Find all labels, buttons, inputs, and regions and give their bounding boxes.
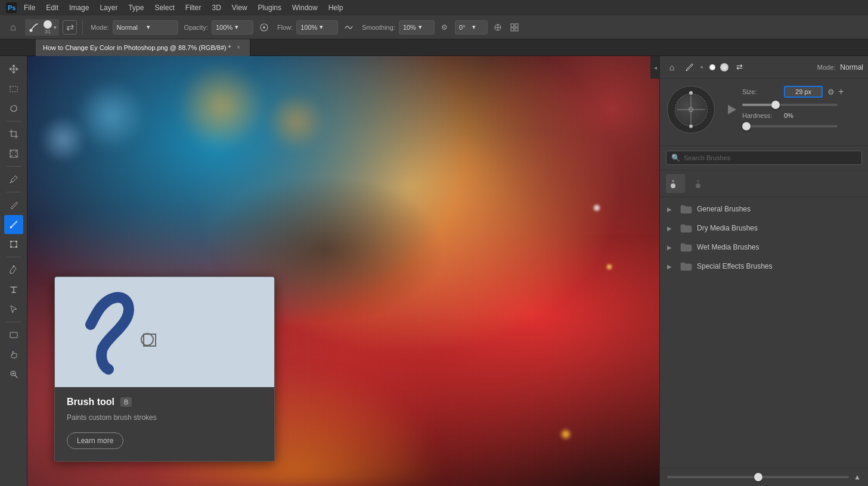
eyedropper-tool[interactable] [4,170,23,189]
svg-rect-10 [10,86,17,92]
toggle-brush-mode[interactable]: ⇄ [63,20,77,35]
text-tool[interactable] [4,280,23,299]
pen-tool[interactable] [4,260,23,279]
tooltip-preview [55,277,274,387]
category-dry-media[interactable]: ▶ Dry Media Brushes [660,219,868,238]
home-button[interactable]: ⌂ [5,19,21,36]
brush-dropdown-arrow[interactable]: ▾ [54,24,57,30]
active-tab[interactable]: How to Change Ey Color in Photoshop.png … [36,39,250,56]
flow-dropdown[interactable]: 100% ▾ [296,20,338,35]
angle-dropdown[interactable]: 0° ▾ [455,20,488,35]
top-handle[interactable] [689,91,693,95]
category-dry-label: Dry Media Brushes [697,224,758,232]
category-special-arrow: ▶ [667,263,675,270]
path-selection-tool[interactable] [4,300,23,319]
menu-select[interactable]: Select [150,2,179,13]
hardness-slider-thumb[interactable] [742,122,751,130]
brush-panel-dropdown-arrow[interactable]: ▾ [700,64,703,70]
search-brushes-input[interactable] [684,154,857,161]
svg-rect-6 [511,24,514,27]
brush-preview-small [709,64,715,70]
svg-line-14 [10,155,13,157]
learn-more-button[interactable]: Learn more [67,432,123,449]
airbrush-toggle[interactable] [257,20,271,35]
collapse-bottom-icon[interactable]: ▲ [854,473,861,481]
menu-image[interactable]: Image [64,2,94,13]
bottom-slider-track[interactable] [667,476,849,478]
size-input[interactable] [784,86,823,98]
panel-home-icon[interactable]: ⌂ [665,60,679,74]
add-preset-button[interactable]: + [838,86,844,97]
category-wet-media[interactable]: ▶ Wet Media Brushes [660,238,868,257]
shape-tool[interactable] [4,325,23,344]
panel-swap-icon[interactable]: ⇄ [732,60,746,74]
smoothing-settings[interactable]: ⚙ [438,21,451,34]
tab-close-button[interactable]: × [234,43,243,52]
smoothing-dropdown[interactable]: 10% ▾ [399,20,435,35]
search-area: 🔍 [660,146,868,170]
transform-tool[interactable] [4,235,23,254]
hardness-slider-track[interactable] [742,125,838,127]
mode-dropdown[interactable]: Normal ▾ [113,20,178,35]
tab-title: How to Change Ey Color in Photoshop.png … [43,44,231,51]
zoom-tool[interactable] [4,364,23,384]
menu-filter[interactable]: Filter [181,2,206,13]
smoothing-label: Smoothing: [362,24,395,31]
play-button[interactable] [728,105,736,114]
menu-3d[interactable]: 3D [207,2,225,13]
svg-line-15 [15,155,17,157]
menu-window[interactable]: Window [287,2,323,13]
menu-layer[interactable]: Layer [95,2,122,13]
divider-1 [82,20,83,35]
symmetry-icon[interactable] [491,21,504,34]
category-general-brushes[interactable]: ▶ General Brushes [660,200,868,219]
brush-tool[interactable] [4,215,23,234]
bottom-slider-thumb[interactable] [754,473,762,481]
marquee-tool[interactable] [4,79,23,98]
svg-line-12 [10,150,13,152]
smoothing-icon[interactable] [342,20,356,35]
size-slider-thumb[interactable] [771,101,780,109]
brush-type-soft[interactable] [691,174,710,193]
menu-file[interactable]: File [19,2,40,13]
category-wet-arrow: ▶ [667,244,675,251]
svg-rect-18 [10,241,12,242]
panel-collapse-button[interactable]: ◂ [650,56,660,79]
tooltip-description: Paints custom brush strokes [67,412,262,423]
tab-bar: How to Change Ey Color in Photoshop.png … [0,39,868,56]
svg-rect-7 [515,24,518,27]
brush-panel: ◂ ⌂ ▾ ⇄ Mode: Normal [659,56,868,486]
menu-plugins[interactable]: Plugins [253,2,286,13]
size-slider-track[interactable] [742,104,838,106]
bottom-handle[interactable] [689,124,693,128]
category-special-folder-icon [680,261,692,271]
healing-tool[interactable] [4,195,23,214]
size-settings-gear[interactable]: ⚙ [827,88,835,96]
hardness-value: 0% [784,112,793,119]
tool-separator-1 [7,121,21,122]
panel-brush-icon[interactable] [683,60,697,74]
svg-rect-20 [10,246,12,248]
crop-tool[interactable] [4,124,23,144]
hardness-row: Hardness: 0% [742,112,861,119]
menu-edit[interactable]: Edit [41,2,63,13]
menu-view[interactable]: View [227,2,252,13]
opacity-dropdown[interactable]: 100% ▾ [212,20,253,35]
category-special-effects[interactable]: ▶ Special Effects Brushes [660,257,868,276]
lasso-tool[interactable] [4,99,23,118]
menu-help[interactable]: Help [324,2,348,13]
hand-tool[interactable] [4,345,23,364]
brush-icon[interactable] [27,20,42,35]
tool-settings-icon[interactable] [508,21,521,34]
category-wet-folder-icon [680,242,692,252]
category-special-label: Special Effects Brushes [697,262,773,270]
brush-categories-list: ▶ General Brushes ▶ Dry Media Brushes [660,197,868,468]
menu-type[interactable]: Type [123,2,148,13]
brush-preview-circle [667,86,715,133]
move-tool[interactable] [4,60,23,79]
frame-tool[interactable] [4,144,23,163]
brush-tool-tooltip: Brush tool B Paints custom brush strokes… [54,276,275,462]
flow-dropdown-arrow: ▾ [320,23,334,31]
brush-type-round[interactable] [666,174,685,193]
canvas-area[interactable]: Brush tool B Paints custom brush strokes… [27,56,659,486]
